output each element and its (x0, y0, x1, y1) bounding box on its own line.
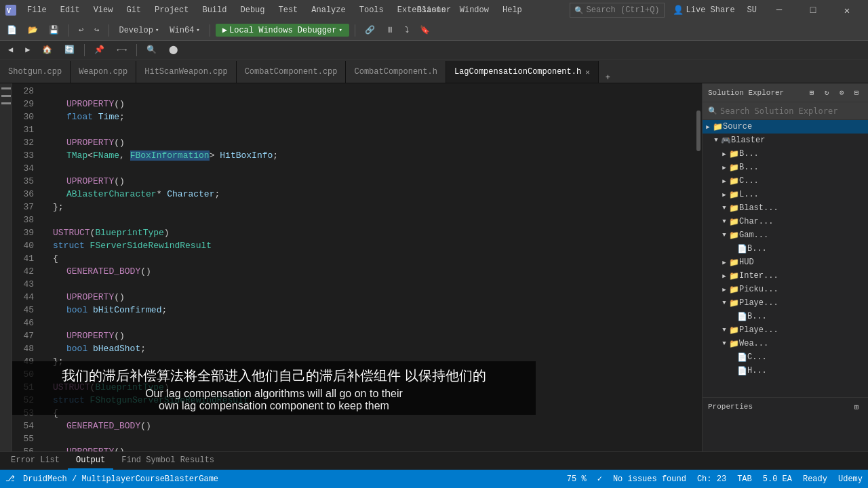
props-toggle[interactable]: ⊞ (850, 401, 863, 413)
se-expand-btn[interactable]: ⊟ (850, 87, 863, 99)
toolbar-undo[interactable]: ↩ (75, 24, 87, 37)
no-issues-label: No issues found (613, 474, 686, 484)
menu-tools[interactable]: Tools (354, 4, 389, 16)
menu-view[interactable]: View (88, 4, 119, 16)
tab-add-button[interactable]: + (600, 73, 616, 83)
line-num: 45 (12, 304, 39, 317)
tree-hud-icon: 📁 (728, 258, 739, 268)
live-share-icon: 👤 (673, 5, 684, 16)
tab-combat-cpp-label: CombatComponent.cpp (245, 67, 338, 77)
tree-b1[interactable]: ▶ 📁 B... (703, 147, 868, 161)
toolbar-attach[interactable]: 🔗 (361, 24, 379, 37)
code-line-46 (53, 317, 695, 329)
menu-analyze[interactable]: Analyze (306, 4, 351, 16)
se-refresh-btn[interactable]: ↻ (821, 87, 833, 99)
toolbar-bookmarks[interactable]: 🔖 (416, 24, 434, 37)
menu-window[interactable]: Window (454, 4, 494, 16)
menu-test[interactable]: Test (273, 4, 304, 16)
tree-h-file[interactable]: 📄 H... (703, 364, 868, 378)
solution-explorer-search-input[interactable] (720, 106, 863, 116)
tree-gam[interactable]: ▼ 📁 Gam... (703, 228, 868, 242)
tree-l1-arrow: ▶ (720, 191, 728, 199)
se-settings-btn[interactable]: ⚙ (835, 87, 848, 99)
tree-b1-icon: 📁 (728, 149, 739, 159)
tree-l1[interactable]: ▶ 📁 L... (703, 188, 868, 201)
tab-weapon-label: Weapon.cpp (79, 67, 127, 77)
live-share-button[interactable]: 👤 Live Share (667, 3, 741, 17)
tree-h-file-icon: 📄 (736, 366, 747, 376)
account-icon[interactable]: SU (743, 4, 761, 16)
tb2-forward[interactable]: ▶ (20, 43, 35, 56)
tb2-pin[interactable]: 📌 (89, 43, 110, 56)
tree-char[interactable]: ▼ 📁 Char... (703, 215, 868, 228)
line-num: 34 (12, 162, 39, 175)
line-num: 46 (12, 317, 39, 329)
toolbar-step[interactable]: ⤵ (401, 24, 413, 37)
toolbar-bp[interactable]: ⏸ (382, 24, 398, 37)
minimize-button[interactable]: ─ (764, 0, 795, 20)
tb2-nav1[interactable]: ←→ (111, 44, 132, 56)
tree-picku[interactable]: ▶ 📁 Picku... (703, 283, 868, 296)
menu-help[interactable]: Help (497, 4, 528, 16)
solution-explorer-search-bar: 🔍 (703, 102, 868, 120)
caret-position: Ch: 23 (697, 474, 726, 484)
toolbar-platform-dropdown[interactable]: Win64▾ (165, 24, 203, 37)
tab-weapon[interactable]: Weapon.cpp (71, 61, 136, 83)
se-collapse-btn[interactable]: ⊞ (806, 87, 818, 99)
toolbar-open[interactable]: 📂 (24, 24, 42, 37)
code-editor[interactable]: 28 29 30 31 32 33 34 35 36 37 38 39 40 4… (12, 83, 702, 451)
vertical-scrollbar[interactable] (695, 83, 702, 451)
tab-combat-h[interactable]: CombatComponent.h (346, 61, 446, 83)
tb2-breakpoint[interactable]: ⬤ (163, 43, 183, 56)
tree-blaster-project[interactable]: ▼ 🎮 Blaster (703, 134, 868, 147)
tree-inter[interactable]: ▶ 📁 Inter... (703, 269, 868, 283)
toolbar-save[interactable]: 💾 (45, 24, 63, 37)
bottom-tab-output[interactable]: Output (68, 452, 113, 470)
tree-c-file[interactable]: 📄 C... (703, 350, 868, 364)
tree-hud[interactable]: ▶ 📁 HUD (703, 256, 868, 269)
tree-pb[interactable]: 📄 B... (703, 310, 868, 323)
code-line-41: { (53, 252, 695, 265)
tab-shotgun[interactable]: Shotgun.cpp (0, 61, 71, 83)
tab-hitscan[interactable]: HitScanWeapon.cpp (136, 61, 236, 83)
tree-b2[interactable]: ▶ 📁 B... (703, 161, 868, 174)
menu-project[interactable]: Project (149, 4, 194, 16)
tree-picku-arrow: ▶ (720, 286, 728, 293)
tree-playe1[interactable]: ▼ 📁 Playe... (703, 296, 868, 310)
tb2-back[interactable]: ◀ (3, 43, 18, 56)
tb2-refresh[interactable]: 🔄 (59, 43, 80, 56)
tab-combat-cpp[interactable]: CombatComponent.cpp (237, 61, 347, 83)
subtitle-overlay: 我们的滞后补偿算法将全部进入他们自己的滞后补偿组件 以保持他们的 Our lag… (12, 361, 536, 415)
toolbar-redo[interactable]: ↪ (90, 24, 103, 37)
menu-edit[interactable]: Edit (55, 4, 85, 16)
tree-blast-icon: 📁 (728, 203, 739, 214)
tree-source[interactable]: ▶ 📁 Source (703, 120, 868, 134)
tree-blast[interactable]: ▼ 📁 Blast... (703, 201, 868, 215)
tb2-home[interactable]: 🏠 (37, 43, 58, 56)
tab-lag-h-close[interactable]: ✕ (585, 68, 590, 77)
properties-title: Properties (708, 403, 753, 411)
maximize-button[interactable]: □ (797, 0, 829, 20)
menu-build[interactable]: Build (197, 4, 232, 16)
close-button[interactable]: ✕ (831, 0, 863, 20)
bottom-tab-find-symbols[interactable]: Find Symbol Results (113, 452, 222, 470)
toolbar-config-dropdown[interactable]: Develop▾ (115, 24, 163, 37)
toolbar-new[interactable]: 📄 (3, 24, 21, 37)
line-num: 31 (12, 123, 39, 136)
tb2-find[interactable]: 🔍 (141, 43, 162, 56)
run-debugger-button[interactable]: ▶ Local Windows Debugger ▾ (216, 24, 349, 37)
scrollbar-thumb[interactable] (696, 110, 701, 151)
title-bar-right: 🔍 Search (Ctrl+Q) 👤 Live Share SU ─ □ ✕ (570, 0, 863, 20)
menu-file[interactable]: File (22, 4, 52, 16)
bottom-tab-errors[interactable]: Error List (3, 452, 68, 470)
tab-bar: Shotgun.cpp Weapon.cpp HitScanWeapon.cpp… (0, 60, 868, 83)
menu-debug[interactable]: Debug (235, 4, 270, 16)
tree-playe2[interactable]: ▼ 📁 Playe... (703, 323, 868, 337)
main-layout: 28 29 30 31 32 33 34 35 36 37 38 39 40 4… (0, 83, 868, 451)
tree-b3[interactable]: 📄 B... (703, 242, 868, 256)
tree-wea[interactable]: ▼ 📁 Wea... (703, 337, 868, 350)
code-line-29: UPROPERTY() (53, 98, 695, 110)
menu-git[interactable]: Git (121, 4, 146, 16)
tab-lag-h[interactable]: LagCompensationComponent.h ✕ (446, 61, 599, 83)
tree-c1[interactable]: ▶ 📁 C... (703, 174, 868, 188)
